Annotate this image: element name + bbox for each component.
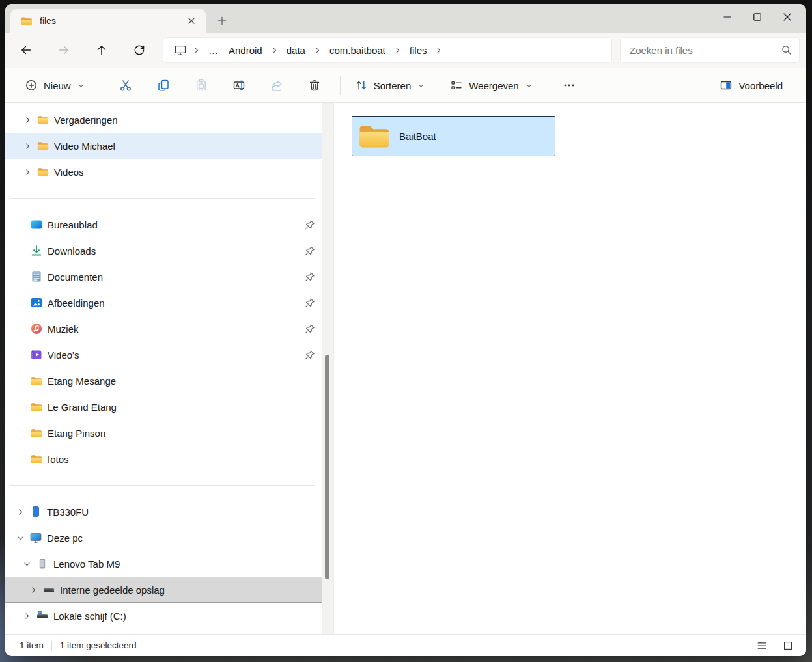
pin-icon xyxy=(305,219,315,230)
sidebar-item-label: Vergaderingen xyxy=(54,115,118,126)
clipboard-icon xyxy=(195,79,208,92)
sidebar-item-downloads[interactable]: Downloads xyxy=(5,238,322,264)
chevron-right-icon[interactable] xyxy=(21,610,33,622)
chevron-down-icon xyxy=(77,81,85,90)
view-button[interactable]: Weergeven xyxy=(442,73,540,98)
sidebar-item-le-grand-etang[interactable]: Le Grand Etang xyxy=(5,394,322,420)
file-item-baitboat[interactable]: BaitBoat xyxy=(352,116,555,156)
explorer-tab[interactable]: files xyxy=(10,9,206,33)
folder-icon xyxy=(31,453,42,465)
breadcrumb-segment-data[interactable]: data xyxy=(281,42,311,59)
sidebar-item-videos[interactable]: Videos xyxy=(5,159,322,185)
scrollbar-thumb[interactable] xyxy=(325,355,329,579)
share-button[interactable] xyxy=(258,73,296,98)
breadcrumb-segment-android[interactable]: Android xyxy=(223,42,268,59)
share-icon xyxy=(270,79,283,92)
forward-button[interactable] xyxy=(49,38,78,62)
tab-bar: files xyxy=(5,4,806,33)
sidebar-scrollbar[interactable] xyxy=(322,103,333,634)
sidebar-item-label: Video Michael xyxy=(54,141,115,152)
pin-icon xyxy=(305,271,315,282)
pin-icon xyxy=(305,245,315,256)
search-icon[interactable] xyxy=(781,44,792,56)
video-icon xyxy=(31,349,42,361)
back-button[interactable] xyxy=(12,38,40,62)
breadcrumb-this-pc-icon[interactable] xyxy=(171,41,189,59)
sidebar-item-videos-library[interactable]: Video's xyxy=(5,342,322,368)
refresh-button[interactable] xyxy=(125,38,154,62)
pin-icon xyxy=(305,350,315,360)
details-view-button[interactable] xyxy=(754,638,770,654)
large-icons-view-button[interactable] xyxy=(780,638,796,654)
chevron-down-icon[interactable] xyxy=(14,532,26,544)
sidebar-divider xyxy=(10,485,315,486)
sidebar-item-deze-pc[interactable]: Deze pc xyxy=(5,525,322,551)
sidebar-item-documenten[interactable]: Documenten xyxy=(5,264,322,290)
pin-icon xyxy=(305,324,315,334)
download-icon xyxy=(31,245,42,256)
sidebar-item-bureaublad[interactable]: Bureaublad xyxy=(5,212,322,238)
sort-button-label: Sorteren xyxy=(374,80,412,91)
chevron-down-icon xyxy=(525,81,533,90)
sidebar-item-fotos[interactable]: fotos xyxy=(5,446,322,472)
breadcrumb-chevron-icon xyxy=(268,46,281,55)
chevron-right-icon[interactable] xyxy=(14,506,26,517)
sidebar-item-interne-gedeelde-opslag[interactable]: Interne gedeelde opslag xyxy=(5,577,322,603)
this-pc-icon xyxy=(30,532,42,544)
chevron-right-icon[interactable] xyxy=(21,114,33,126)
more-options-button[interactable] xyxy=(555,73,583,98)
ellipsis-icon xyxy=(563,79,576,92)
copy-button[interactable] xyxy=(145,73,182,98)
sort-icon xyxy=(355,79,368,92)
breadcrumb-chevron-icon xyxy=(311,46,324,55)
sidebar-item-afbeeldingen[interactable]: Afbeeldingen xyxy=(5,290,322,316)
sidebar-item-label: Deze pc xyxy=(47,532,83,544)
chevron-right-icon[interactable] xyxy=(21,140,33,152)
preview-button[interactable]: Voorbeeld xyxy=(712,73,791,98)
delete-button[interactable] xyxy=(296,73,333,98)
sidebar-item-label: Afbeeldingen xyxy=(48,297,105,309)
trash-icon xyxy=(308,79,321,92)
paste-button[interactable] xyxy=(182,73,220,98)
pin-icon xyxy=(305,297,315,308)
sidebar-item-vergaderingen[interactable]: Vergaderingen xyxy=(5,107,322,133)
sidebar-item-etang-pinson[interactable]: Etang Pinson xyxy=(5,420,322,446)
search-input[interactable] xyxy=(630,45,781,56)
close-button[interactable] xyxy=(772,4,802,30)
file-list: BaitBoat xyxy=(333,103,806,634)
new-button[interactable]: Nieuw xyxy=(17,73,93,98)
sidebar-item-label: Lokale schijf (C:) xyxy=(53,611,126,622)
command-bar: Nieuw Sorteren Weergeven xyxy=(5,68,806,103)
search-box xyxy=(620,37,800,63)
chevron-right-icon[interactable] xyxy=(21,166,33,178)
new-button-label: Nieuw xyxy=(44,80,71,91)
breadcrumb-collapsed[interactable]: … xyxy=(203,42,223,59)
cut-button[interactable] xyxy=(107,73,145,98)
up-button[interactable] xyxy=(87,38,116,62)
maximize-button[interactable] xyxy=(742,4,772,30)
sort-button[interactable]: Sorteren xyxy=(347,73,434,98)
sidebar-item-label: Lenovo Tab M9 xyxy=(53,559,120,570)
chevron-down-icon[interactable] xyxy=(21,558,33,570)
sidebar-item-label: Etang Pinson xyxy=(48,428,105,439)
breadcrumb-segment-combaitboat[interactable]: com.baitboat xyxy=(324,42,391,59)
minimize-button[interactable] xyxy=(712,4,742,30)
sidebar-item-lokale-schijf-c[interactable]: Lokale schijf (C:) xyxy=(5,603,322,629)
rename-button[interactable] xyxy=(220,73,258,98)
explorer-body: Vergaderingen Video Michael Videos Burea… xyxy=(5,103,806,634)
chevron-right-icon[interactable] xyxy=(27,584,39,596)
chevron-down-icon xyxy=(417,81,425,90)
sidebar-item-lenovo-tab-m9[interactable]: Lenovo Tab M9 xyxy=(5,551,322,577)
sidebar-item-tb330fu[interactable]: TB330FU xyxy=(5,499,322,525)
breadcrumb-segment-files[interactable]: files xyxy=(404,42,432,59)
internal-storage-icon xyxy=(43,584,55,596)
sidebar-item-etang-mesange[interactable]: Etang Mesange xyxy=(5,368,322,394)
sidebar-item-video-michael[interactable]: Video Michael xyxy=(5,133,322,159)
folder-icon xyxy=(31,375,42,387)
tab-close-icon[interactable] xyxy=(182,12,201,29)
folder-icon xyxy=(31,427,42,439)
sidebar-item-muziek[interactable]: Muziek xyxy=(5,316,322,342)
file-item-label: BaitBoat xyxy=(399,131,436,142)
folder-icon xyxy=(37,166,49,178)
new-tab-button[interactable] xyxy=(211,11,233,31)
